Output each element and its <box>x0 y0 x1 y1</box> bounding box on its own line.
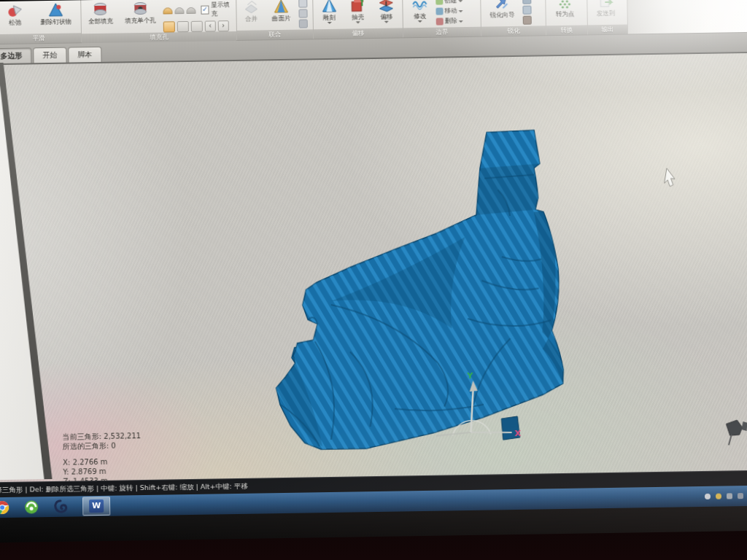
mini-label: 创建 <box>444 0 457 5</box>
shell-button[interactable]: 抽壳 <box>344 0 372 26</box>
button-label: 抽壳 <box>352 13 364 20</box>
tray-dot-icon[interactable] <box>705 494 711 499</box>
surface-patch-icon <box>273 0 289 15</box>
statue-model: Y X <box>0 58 747 482</box>
checkbox-check-icon: ✓ <box>201 6 209 15</box>
button-label: 删除钉状物 <box>40 18 71 26</box>
merge-icon <box>243 0 259 15</box>
x-axis-label: X <box>515 429 522 438</box>
button-label: 合并 <box>245 15 258 22</box>
word-icon: W <box>89 499 104 513</box>
fill-mode-partial-icon[interactable] <box>177 21 188 32</box>
chrome-icon[interactable] <box>0 500 9 515</box>
sharpen-opt3-icon[interactable] <box>523 16 532 25</box>
button-label: 转为点 <box>556 10 575 18</box>
convert-to-points-button[interactable]: 转为点 <box>548 0 582 18</box>
group-label-output: 输出 <box>588 25 627 35</box>
sharpen-opt2-icon[interactable] <box>522 6 531 15</box>
fill-mode-bridge-icon[interactable] <box>190 21 202 32</box>
modify-icon <box>411 0 427 12</box>
sharpen-opt1-icon[interactable] <box>522 0 531 4</box>
viewport-stats: 当前三角形: 2,532,211 所选的三角形: 0 X: 2.2766 m Y… <box>63 431 142 482</box>
photographed-laptop-screen: 松弛 删除钉状物 平滑 <box>0 0 747 560</box>
screen-glare-area <box>627 0 747 34</box>
offset-icon <box>379 0 395 13</box>
group-label-boundary: 边界 <box>403 27 481 38</box>
send-to-button[interactable]: 发送到 <box>589 0 622 17</box>
combine-extra-icons <box>298 0 308 28</box>
sculpt-icon <box>321 0 337 14</box>
move-boundary-button[interactable]: 移动 <box>436 7 462 16</box>
sharpen-wizard-icon <box>494 0 510 11</box>
button-label: 全部填充 <box>88 18 113 26</box>
fill-single-hole-icon <box>132 1 148 17</box>
flat-fill-icon[interactable] <box>186 7 196 13</box>
next-hole-button[interactable]: › <box>217 20 228 31</box>
ribbon-group-combine: 合并 曲面片 联合 <box>236 0 314 40</box>
fill-single-hole-button[interactable]: 填充单个孔 <box>119 0 161 24</box>
view-widget <box>726 420 747 445</box>
surface-patch-button[interactable]: 曲面片 <box>265 0 298 22</box>
system-tray: 2016 <box>705 492 747 500</box>
app-window: 松弛 删除钉状物 平滑 <box>0 0 747 542</box>
status-hint-text: 选择三角形 | Del: 删除所选三角形 | 中键: 旋转 | Shift+右键… <box>0 481 248 495</box>
button-label: 填充单个孔 <box>125 17 156 25</box>
prev-hole-button[interactable]: ‹ <box>204 20 215 31</box>
merge-button[interactable]: 合并 <box>239 0 264 23</box>
ribbon-group-offset: 雕刻 抽壳 偏移 偏移 <box>313 0 403 39</box>
mini-label: 删除 <box>445 17 457 26</box>
show-fill-checkbox[interactable]: ✓ 显示填充 <box>201 1 233 19</box>
ribbon-group-output: 发送到 输出 <box>587 0 628 34</box>
sharpen-wizard-button[interactable]: 锐化向导 <box>483 0 522 19</box>
combine-opt3-icon[interactable] <box>299 19 308 28</box>
ribbon-group-convert: 转为点 转换 <box>546 0 588 35</box>
geomagic-icon[interactable] <box>53 499 68 514</box>
word-taskbar-button[interactable]: W <box>82 497 110 516</box>
fill-mode-complete-icon[interactable] <box>163 21 174 32</box>
group-label-smooth: 平滑 <box>0 33 81 44</box>
ribbon-group-sharpen: 锐化向导 锐化 <box>481 0 546 36</box>
modify-button[interactable]: 修改 <box>405 0 435 25</box>
combine-opt2-icon[interactable] <box>298 9 307 18</box>
ribbon-group-boundary: 修改 创建 移动 删除 边界 <box>403 0 481 37</box>
remove-spikes-button[interactable]: 删除钉状物 <box>33 1 79 26</box>
combine-opt1-icon[interactable] <box>298 0 307 8</box>
tray-app1-icon[interactable] <box>727 493 732 499</box>
button-label: 偏移 <box>380 13 392 20</box>
tangent-fill-icon[interactable] <box>174 7 184 14</box>
tray-network-icon[interactable] <box>738 493 743 499</box>
viewport-3d[interactable]: Y X 当前三角形: 2,532,211 所选的三角形: 0 <box>0 53 747 483</box>
browser-green-icon[interactable] <box>24 499 39 514</box>
tab-polygon[interactable]: 多边形 <box>0 47 32 63</box>
relax-button[interactable]: 松弛 <box>0 1 32 26</box>
convert-to-points-icon <box>557 0 573 10</box>
button-label: 松弛 <box>9 19 21 26</box>
shell-icon <box>349 0 365 13</box>
y-axis-label: Y <box>466 371 473 381</box>
ribbon-group-smooth: 松弛 删除钉状物 平滑 <box>0 0 82 44</box>
offset-button[interactable]: 偏移 <box>373 0 400 26</box>
button-label: 锐化向导 <box>490 11 515 19</box>
curvature-fill-icon[interactable] <box>163 7 172 14</box>
sharpen-extra-icons <box>522 0 532 25</box>
relax-icon <box>7 3 23 19</box>
button-label: 雕刻 <box>323 14 336 21</box>
button-label: 曲面片 <box>272 15 291 22</box>
tab-script[interactable]: 脚本 <box>68 47 101 63</box>
delete-boundary-button[interactable]: 删除 <box>436 17 463 26</box>
fill-options-cluster: ✓ 显示填充 ‹ › <box>163 0 234 33</box>
button-label: 发送到 <box>597 9 616 17</box>
fill-all-button[interactable]: 全部填充 <box>83 0 117 25</box>
selected-triangles: 所选的三角形: 0 <box>63 440 142 451</box>
sculpt-button[interactable]: 雕刻 <box>315 0 343 26</box>
mouse-cursor <box>664 168 675 187</box>
create-boundary-button[interactable]: 创建 <box>436 0 462 6</box>
group-label-offset: 偏移 <box>314 28 403 39</box>
send-to-icon <box>597 0 614 9</box>
group-label-convert: 转换 <box>546 25 587 35</box>
button-label: 修改 <box>414 12 426 20</box>
group-label-combine: 联合 <box>237 29 313 40</box>
remove-spikes-icon <box>47 2 63 18</box>
tray-gold-icon[interactable] <box>716 494 721 499</box>
tab-start[interactable]: 开始 <box>33 47 66 63</box>
